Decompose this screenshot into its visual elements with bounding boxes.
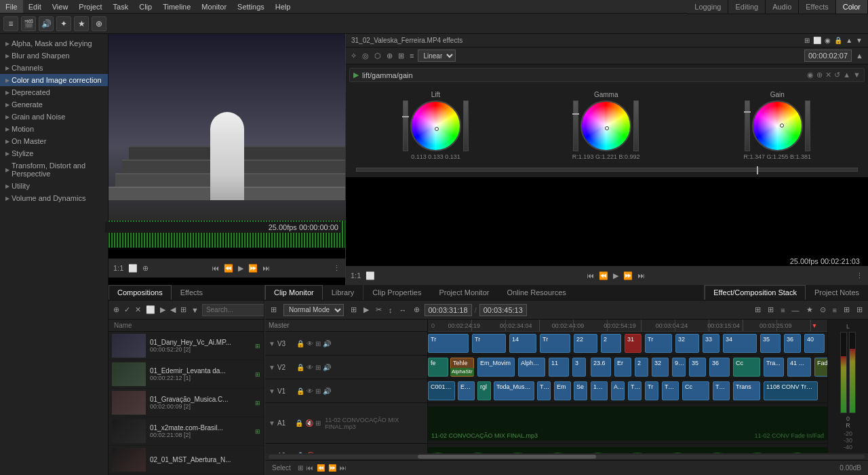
- timecode-up[interactable]: ▲: [854, 52, 865, 60]
- effects-blur[interactable]: ▶ Blur and Sharpen: [0, 50, 108, 62]
- options-btn[interactable]: ⋮: [332, 264, 342, 273]
- step-back-r[interactable]: ⏪: [597, 271, 610, 280]
- clip-v2-fadeout[interactable]: Fade out: [814, 358, 827, 377]
- eff-icon-2[interactable]: ⊕: [816, 71, 823, 79]
- lift-h-slider[interactable]: [463, 100, 469, 151]
- color-mode-select[interactable]: Linear Log: [418, 50, 456, 62]
- tl-icon-12[interactable]: ⊞: [842, 305, 852, 314]
- menu-monitor[interactable]: Monitor: [196, 0, 232, 13]
- tab-effects[interactable]: Effects: [172, 285, 212, 300]
- menu-timeline[interactable]: Timeline: [157, 0, 196, 13]
- track-v3-expand[interactable]: ▼: [269, 340, 275, 347]
- tab-effect-comp-stack[interactable]: Effect/Composition Stack: [705, 285, 806, 300]
- clip-v1-tra2[interactable]: Tra: [628, 381, 642, 400]
- effects-deprecated[interactable]: ▶ Deprecated: [0, 86, 108, 98]
- menu-edit[interactable]: Edit: [23, 0, 47, 13]
- ctrl-snap[interactable]: ⬜: [364, 271, 376, 280]
- clip-v3-14[interactable]: 40: [804, 334, 825, 353]
- clip-v1-tr[interactable]: Tr: [645, 381, 658, 400]
- rp-icon-3[interactable]: ◉: [825, 37, 831, 44]
- comp-icon-4[interactable]: ⬜: [144, 305, 157, 314]
- effects-utility[interactable]: ▶ Utility: [0, 180, 108, 192]
- clip-v1-en[interactable]: En 01: [458, 381, 475, 400]
- toolbar-settings-icon[interactable]: ⊕: [92, 16, 106, 31]
- tl-expand[interactable]: ⊞: [269, 305, 279, 314]
- clip-v2-er[interactable]: Er: [614, 358, 631, 377]
- clip-v1-rg[interactable]: rgl: [477, 381, 491, 400]
- menu-file[interactable]: File: [0, 0, 23, 13]
- clip-v3-6[interactable]: 2: [601, 334, 621, 353]
- track-v1-icon[interactable]: ⊞: [315, 387, 321, 395]
- h-scrollbar[interactable]: [265, 453, 868, 460]
- rp-icon-6[interactable]: ▼: [856, 37, 863, 44]
- track-a1-mute[interactable]: 🔇: [305, 419, 313, 427]
- eff-icon-3[interactable]: ✕: [825, 71, 831, 79]
- color-icon-1[interactable]: ✧: [349, 52, 358, 60]
- clip-v1-16[interactable]: 16 1: [591, 381, 608, 400]
- gain-wheel[interactable]: [752, 100, 803, 151]
- tl-icon-13[interactable]: ⊞: [854, 305, 865, 314]
- comp-item-4[interactable]: 01_x2mate.com-Brasil... 00:02:21:08 [2] …: [108, 417, 264, 446]
- comp-icon-3[interactable]: ✕: [134, 305, 142, 314]
- zoom-right[interactable]: 1:1: [349, 271, 362, 280]
- clip-v1-c0011[interactable]: C0011.MI Fade in: [428, 381, 455, 400]
- comp-item-2[interactable]: 01_Edemir_Levanta da... 00:00:22:12 [1] …: [108, 360, 264, 389]
- comp-icon-6[interactable]: ◀: [169, 305, 177, 314]
- clip-v3-8[interactable]: Tr: [645, 334, 672, 353]
- clip-v3-4[interactable]: Tr: [540, 334, 570, 353]
- tab-compositions[interactable]: Compositions: [108, 285, 172, 300]
- effects-channels[interactable]: ▶ Channels: [0, 62, 108, 74]
- scrollbar-track[interactable]: [269, 455, 865, 459]
- tl-icon-2[interactable]: ↕: [387, 306, 395, 314]
- clip-v3-9[interactable]: 32: [675, 334, 699, 353]
- color-icon-5[interactable]: ⊞: [397, 52, 406, 60]
- color-icon-2[interactable]: ◎: [361, 52, 370, 60]
- color-icon-4[interactable]: ⊕: [385, 52, 394, 60]
- track-a1-expand[interactable]: ▼: [269, 419, 275, 427]
- clip-v3-7[interactable]: 31: [625, 334, 642, 353]
- clip-v2-23[interactable]: 23.6: [591, 358, 611, 377]
- effects-alpha-mask[interactable]: ▶ Alpha, Mask and Keying: [0, 37, 108, 50]
- tab-clip-properties[interactable]: Clip Properties: [363, 285, 430, 300]
- clip-v2-tran[interactable]: Tra...: [764, 358, 784, 377]
- track-v3-vis[interactable]: 👁: [307, 340, 313, 347]
- eff-icon-1[interactable]: ◉: [807, 71, 814, 79]
- mode-tab-audio[interactable]: Audio: [766, 0, 799, 14]
- effects-on-master[interactable]: ▶ On Master: [0, 135, 108, 147]
- track-v1-lock[interactable]: 🔒: [296, 387, 304, 395]
- clip-v2-99[interactable]: 99.T: [672, 358, 686, 377]
- gamma-h-slider[interactable]: [633, 100, 639, 151]
- clip-v2-fe[interactable]: fe: [428, 358, 448, 377]
- mode-tab-effects[interactable]: Effects: [799, 0, 835, 14]
- play-r[interactable]: ▶: [612, 271, 620, 280]
- play-btn[interactable]: ▶: [237, 264, 245, 273]
- gamma-v-slider[interactable]: [573, 100, 578, 151]
- status-icon-3[interactable]: ⏪: [317, 464, 325, 472]
- comp-icon-8[interactable]: ▼: [190, 306, 200, 314]
- comp-item-1[interactable]: 01_Dany_Hey_Vc_Ai.MP... 00:00:52:20 [2] …: [108, 332, 264, 360]
- track-v1-vis[interactable]: 👁: [307, 387, 313, 395]
- gain-v-slider[interactable]: [745, 100, 750, 151]
- menu-clip[interactable]: Clip: [134, 0, 157, 13]
- clip-v3-2[interactable]: Tr: [472, 334, 506, 353]
- clip-v2-41[interactable]: 41 Queb: [787, 358, 811, 377]
- tl-play[interactable]: ▶: [361, 305, 371, 314]
- tl-icon-10[interactable]: ⊙: [818, 305, 828, 314]
- tl-icon-8[interactable]: —: [790, 306, 802, 314]
- effects-generate[interactable]: ▶ Generate: [0, 98, 108, 111]
- track-v2-expand[interactable]: ▼: [269, 364, 275, 371]
- status-icon-5[interactable]: ⏭: [340, 464, 347, 472]
- menu-settings[interactable]: Settings: [232, 0, 270, 13]
- master-h-slider[interactable]: [356, 168, 858, 172]
- rp-icon-1[interactable]: ⊞: [804, 37, 810, 44]
- clip-v3-10[interactable]: 33: [703, 334, 719, 353]
- effects-motion[interactable]: ▶ Motion: [0, 123, 108, 135]
- tl-icon-4[interactable]: ⊕: [412, 305, 422, 314]
- clip-v1-em[interactable]: Em: [554, 381, 571, 400]
- track-v2-icon[interactable]: ⊞: [315, 364, 321, 371]
- clip-v2-cc[interactable]: Cc: [733, 358, 760, 377]
- comp-item-3[interactable]: 01_Gravação_Musica.C... 00:02:00:09 [2] …: [108, 389, 264, 417]
- tl-icon-11[interactable]: ≡: [831, 306, 839, 314]
- tab-online-resources[interactable]: Online Resources: [498, 285, 574, 300]
- clip-v3-12[interactable]: 35: [760, 334, 781, 353]
